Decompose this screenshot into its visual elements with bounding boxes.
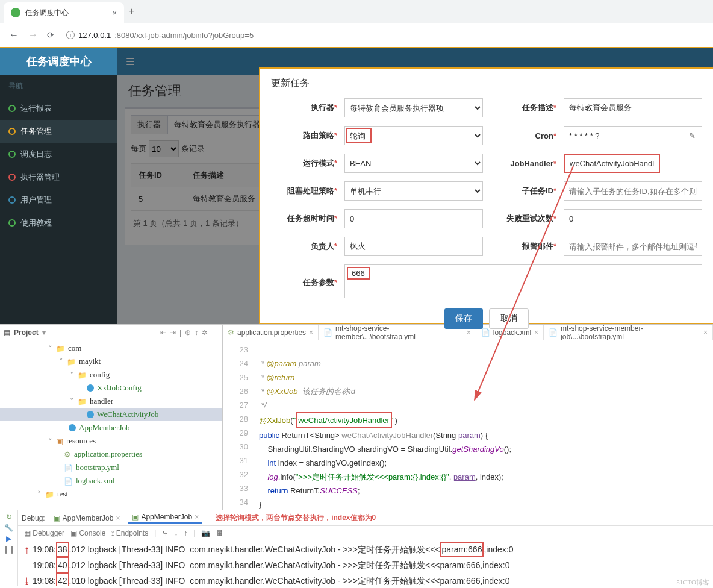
browser-chrome: 任务调度中心 × + ← → ⟳ i 127.0.0.1:8080/xxl-jo… <box>0 0 713 48</box>
hide-icon[interactable]: — <box>211 328 219 337</box>
params-value: 666 <box>347 267 370 280</box>
tree-folder-com[interactable]: ˅com <box>0 342 222 355</box>
debug-tabs: Debug: ▣AppMemberJob× ▣AppMemberJob× 选择轮… <box>18 510 713 526</box>
params-textarea[interactable] <box>344 264 702 298</box>
folder-icon <box>56 344 65 353</box>
label-route: 路由策略* <box>271 130 337 141</box>
tree-file-approps[interactable]: application.properties <box>0 448 222 461</box>
executor-select[interactable]: 每特教育会员服务执行器项 <box>344 98 483 117</box>
debug-left-tools: ↻ 🔧 ▶ ❚❚ <box>0 510 18 586</box>
target-icon[interactable]: ⊕ <box>185 328 191 337</box>
debug-tab1[interactable]: ▣AppMemberJob× <box>50 513 124 524</box>
sidebar-item-report[interactable]: 运行报表 <box>0 97 117 120</box>
step-over-icon[interactable]: ⤷ <box>162 529 168 537</box>
tree-file-appmemberjob[interactable]: AppMemberJob <box>0 421 222 434</box>
project-tree[interactable]: ˅com ˅mayikt ˅config XxlJobConfig ˅handl… <box>0 340 222 510</box>
close-icon[interactable]: × <box>703 328 708 337</box>
project-tool-icon[interactable]: ▤ <box>4 328 10 337</box>
child-input[interactable] <box>564 181 702 201</box>
rerun-icon[interactable]: ↻ <box>6 513 12 521</box>
folder-icon <box>45 490 54 499</box>
xml-icon <box>64 477 73 486</box>
tree-file-bootstrap[interactable]: bootstrap.yml <box>0 461 222 474</box>
java-icon <box>69 424 76 431</box>
debug-label: Debug: <box>22 514 45 522</box>
task-desc-input[interactable] <box>564 98 702 117</box>
owner-input[interactable] <box>344 237 483 256</box>
address-bar: ← → ⟳ i 127.0.0.1:8080/xxl-job-admin/job… <box>0 23 713 47</box>
cron-edit-button[interactable]: ✎ <box>682 126 702 145</box>
tab-debugger[interactable]: ▦ Debugger <box>24 529 64 537</box>
camera-icon[interactable]: 📷 <box>201 529 210 537</box>
console-output[interactable]: ⭱19:08:38.012 logback [Thread-33] INFO c… <box>18 540 713 586</box>
tab-console[interactable]: ▣ Console <box>70 529 105 537</box>
tree-folder-config[interactable]: ˅config <box>0 368 222 381</box>
tree-file-wechatactivityjob[interactable]: WeChatActivityJob <box>0 408 222 421</box>
sidebar-item-task[interactable]: 任务管理 <box>0 120 117 143</box>
tree-file-logback[interactable]: logback.xml <box>0 474 222 487</box>
label-timeout: 任务超时时间* <box>271 213 337 224</box>
tree-folder-handler[interactable]: ˅handler <box>0 395 222 408</box>
save-button[interactable]: 保存 <box>444 308 483 329</box>
retry-input[interactable] <box>564 209 702 228</box>
cron-wrap: ✎ <box>564 126 702 145</box>
reload-button[interactable]: ⟳ <box>47 30 58 40</box>
forward-button[interactable]: → <box>28 30 39 40</box>
watermark: 51CTO博客 <box>676 578 709 586</box>
tab-endpoints[interactable]: ⟟ Endpoints <box>111 529 148 537</box>
editor-body[interactable]: 23242526272829303132333435 * @param para… <box>223 340 713 510</box>
collapse-icon[interactable]: ⇤ <box>160 328 166 337</box>
debug-main: Debug: ▣AppMemberJob× ▣AppMemberJob× 选择轮… <box>18 510 713 586</box>
sidebar-item-executor[interactable]: 执行器管理 <box>0 166 117 189</box>
back-button[interactable]: ← <box>8 30 19 40</box>
tree-file-xxljobconfig[interactable]: XxlJobConfig <box>0 381 222 395</box>
java-icon <box>87 384 94 392</box>
resume-icon[interactable]: ▶ <box>6 534 11 543</box>
gear-icon[interactable]: ✲ <box>202 328 208 337</box>
label-child: 子任务ID* <box>490 186 556 196</box>
debug-tab2[interactable]: ▣AppMemberJob× <box>128 511 202 524</box>
cancel-button[interactable]: 取消 <box>489 308 529 329</box>
url-box[interactable]: i 127.0.0.1:8080/xxl-job-admin/jobinfo?j… <box>66 31 254 40</box>
brand: 任务调度中心 <box>0 48 117 75</box>
label-cron: Cron* <box>490 131 556 140</box>
step-into-icon[interactable]: ↓ <box>174 529 178 537</box>
chevron-down-icon[interactable]: ▾ <box>42 328 46 337</box>
url-host: 127.0.0.1 <box>78 31 111 40</box>
tree-folder-mayikt[interactable]: ˅mayikt <box>0 355 222 368</box>
app-area: 任务调度中心 导航 运行报表 任务管理 调度日志 执行器管理 用户管理 使用教程… <box>0 48 713 324</box>
timeout-input[interactable] <box>344 209 483 228</box>
folder-icon <box>67 357 76 366</box>
circle-icon <box>8 174 16 181</box>
circle-icon <box>8 151 16 158</box>
label-block: 阻塞处理策略* <box>271 186 337 196</box>
sort-icon[interactable]: ↕ <box>195 328 198 337</box>
block-select[interactable]: 单机串行 <box>344 181 483 201</box>
label-executor: 执行器* <box>271 102 337 113</box>
cron-input[interactable] <box>564 126 682 145</box>
modal-title: 更新任务 <box>271 77 702 90</box>
code[interactable]: * @param param * @return * @XxlJob 该任务的名… <box>253 340 713 510</box>
sidebar-item-help[interactable]: 使用教程 <box>0 211 117 234</box>
tree-folder-resources[interactable]: ˅▣resources <box>0 434 222 448</box>
jobhandler-input[interactable] <box>564 154 660 173</box>
mode-select[interactable]: BEAN <box>344 154 483 173</box>
pause-icon[interactable]: ❚❚ <box>3 545 15 554</box>
tool-icon[interactable]: 🔧 <box>4 524 13 532</box>
step-out-icon[interactable]: ↑ <box>184 529 187 537</box>
properties-icon <box>64 450 71 459</box>
tree-folder-test[interactable]: ˃test <box>0 487 222 501</box>
route-select[interactable]: 轮询 <box>344 126 483 145</box>
expand-icon[interactable]: ⇥ <box>170 328 176 337</box>
sidebar-item-user[interactable]: 用户管理 <box>0 189 117 211</box>
modal-footer: 保存 取消 <box>271 300 702 339</box>
site-info-icon[interactable]: i <box>66 31 75 39</box>
alarm-input[interactable] <box>564 237 702 256</box>
sidebar-item-log[interactable]: 调度日志 <box>0 143 117 166</box>
browser-tab[interactable]: 任务调度中心 × <box>4 2 124 23</box>
sidebar-section: 导航 <box>0 75 117 97</box>
new-tab-button[interactable]: + <box>129 6 134 17</box>
calc-icon[interactable]: 🖩 <box>216 529 223 537</box>
close-icon[interactable]: × <box>112 8 117 17</box>
label-params: 任务参数* <box>271 277 337 288</box>
